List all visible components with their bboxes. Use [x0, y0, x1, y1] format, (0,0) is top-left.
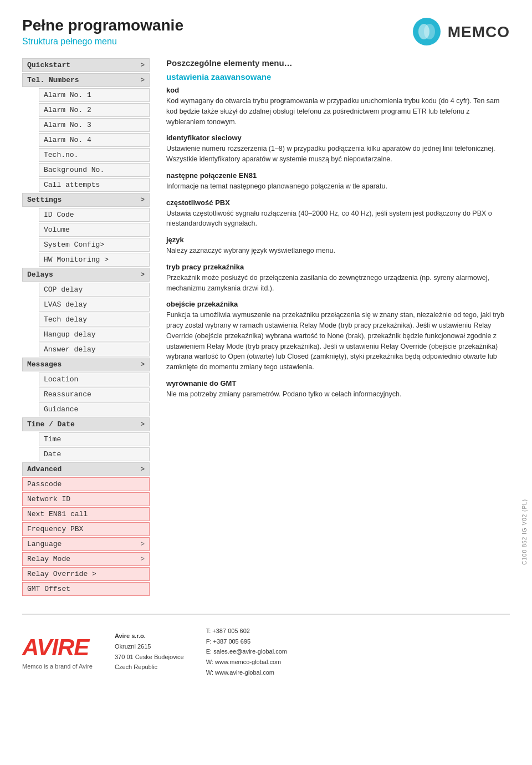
menu-item[interactable]: Location [39, 373, 150, 386]
menu-arrow-icon: > [141, 271, 145, 279]
menu-item-label: Next EN81 call [27, 510, 88, 518]
entry-text: Nie ma potrzeby zmiany parametrów. Podan… [166, 389, 510, 400]
menu-tree: Quickstart>Tel. Numbers>Alarm No. 1Alarm… [22, 58, 150, 597]
menu-item[interactable]: Call attempts [39, 178, 150, 192]
menu-item-label: Advanced [27, 465, 62, 473]
menu-arrow-icon: > [141, 196, 145, 204]
menu-item[interactable]: Messages> [22, 358, 150, 371]
menu-arrow-icon: > [141, 466, 145, 473]
entry: częstotliwość PBXUstawia częstotliwość s… [166, 198, 510, 230]
menu-item[interactable]: HW Monitoring > [39, 253, 150, 267]
menu-item-label: Relay Mode [27, 555, 70, 563]
menu-item[interactable]: Relay Mode> [22, 552, 150, 566]
menu-item[interactable]: Time [39, 432, 150, 446]
menu-item[interactable]: Network ID [22, 492, 150, 506]
menu-arrow-icon: > [141, 62, 145, 69]
footer: AVIRE Memco is a brand of Avire Avire s.… [22, 614, 510, 683]
entry-label: wyrównanie do GMT [166, 379, 510, 387]
menu-item[interactable]: Tech delay [39, 313, 150, 327]
menu-item-label: Time / Date [27, 420, 75, 429]
right-content: Poszczególne elementy menu… ustawienia z… [166, 58, 510, 597]
entry-label: częstotliwość PBX [166, 198, 510, 207]
menu-item[interactable]: Date [39, 447, 150, 461]
menu-item-label: ID Code [44, 211, 74, 219]
menu-item-label: Reassurance [44, 390, 91, 399]
page-title: Pełne programowanie [22, 17, 183, 34]
menu-item[interactable]: Volume [39, 223, 150, 237]
menu-item[interactable]: Passcode [22, 477, 150, 491]
menu-item[interactable]: LVAS delay [39, 298, 150, 312]
menu-item-label: Volume [44, 226, 70, 234]
menu-item-label: Alarm No. 3 [44, 121, 91, 129]
menu-item[interactable]: Hangup delay [39, 328, 150, 341]
menu-item[interactable]: Relay Override > [22, 567, 150, 581]
menu-item[interactable]: Alarm No. 4 [39, 133, 150, 147]
address-line3: Czech Republic [115, 664, 157, 670]
section-label: ustawienia zaawansowane [166, 72, 510, 81]
menu-item[interactable]: ID Code [39, 208, 150, 222]
menu-item-label: Tech delay [44, 315, 87, 324]
entry: kodKod wymagany do otwarcia trybu progra… [166, 86, 510, 127]
entry: wyrównanie do GMTNie ma potrzeby zmiany … [166, 379, 510, 400]
right-section-header: Poszczególne elementy menu… [166, 58, 510, 68]
menu-item[interactable]: Tel. Numbers> [22, 73, 150, 87]
main-content: Quickstart>Tel. Numbers>Alarm No. 1Alarm… [22, 58, 510, 597]
menu-item-label: Frequency PBX [27, 525, 83, 533]
menu-item[interactable]: Alarm No. 2 [39, 103, 150, 117]
menu-item[interactable]: Settings> [22, 193, 150, 207]
menu-item[interactable]: Alarm No. 3 [39, 118, 150, 132]
entry-text: Przekaźnik może posłużyć do przełączenia… [166, 273, 510, 294]
menu-item-label: Relay Override > [27, 570, 96, 578]
menu-arrow-icon: > [141, 555, 145, 563]
menu-item-label: Alarm No. 2 [44, 106, 91, 114]
web2: W: www.avire-global.com [206, 669, 274, 676]
entry-label: kod [166, 86, 510, 94]
menu-item[interactable]: Guidance [39, 402, 150, 416]
menu-item-label: Alarm No. 4 [44, 136, 91, 144]
menu-item[interactable]: COP delay [39, 283, 150, 297]
menu-item-label: Messages [27, 360, 62, 369]
entry-label: identyfikator sieciowy [166, 134, 510, 142]
menu-item-label: HW Monitoring > [44, 256, 109, 264]
menu-item-label: GMT Offset [27, 585, 70, 593]
menu-arrow-icon: > [141, 361, 145, 369]
entry: językNależy zaznaczyć wybrany język wyśw… [166, 236, 510, 256]
avire-tagline: Memco is a brand of Avire [22, 663, 93, 670]
menu-item-label: Settings [27, 196, 62, 204]
entry-text: Kod wymagany do otwarcia trybu programow… [166, 96, 510, 127]
menu-arrow-icon: > [141, 421, 145, 429]
menu-item[interactable]: System Config> [39, 238, 150, 252]
menu-item[interactable]: Time / Date> [22, 417, 150, 431]
menu-item-label: System Config> [44, 241, 104, 249]
entry-label: następne połączenie EN81 [166, 171, 510, 180]
menu-item-label: Hangup delay [44, 330, 96, 339]
footer-brand-area: AVIRE Memco is a brand of Avire [22, 634, 93, 670]
menu-item-label: Answer delay [44, 345, 96, 354]
footer-contact: T: +387 005 602 F: +387 005 695 E: sales… [206, 626, 287, 677]
entry-label: język [166, 236, 510, 244]
menu-item[interactable]: Tech.no. [39, 148, 150, 162]
menu-item[interactable]: Answer delay [39, 343, 150, 356]
web1: W: www.memco-global.com [206, 659, 282, 665]
menu-arrow-icon: > [141, 76, 145, 84]
menu-item-label: Language [27, 540, 62, 548]
menu-item[interactable]: Background No. [39, 163, 150, 177]
menu-item-label: Delays [27, 271, 53, 279]
menu-item[interactable]: Next EN81 call [22, 507, 150, 521]
menu-item[interactable]: Frequency PBX [22, 522, 150, 536]
menu-item[interactable]: Reassurance [39, 387, 150, 401]
menu-item[interactable]: GMT Offset [22, 582, 150, 596]
menu-item[interactable]: Quickstart> [22, 58, 150, 72]
menu-item-label: LVAS delay [44, 300, 87, 309]
footer-address: Avire s.r.o. Okruzni 2615 370 01 Ceske B… [115, 631, 184, 672]
menu-item[interactable]: Advanced> [22, 462, 150, 476]
menu-item[interactable]: Language> [22, 537, 150, 551]
menu-item[interactable]: Delays> [22, 268, 150, 282]
entry-text: Ustawienie numeru rozszerzenia (1–8) w p… [166, 144, 510, 165]
memco-brand: MEMCO [448, 23, 510, 41]
menu-item-label: Tech.no. [44, 151, 78, 159]
svg-point-2 [424, 24, 435, 39]
menu-item-label: Passcode [27, 480, 62, 488]
menu-item[interactable]: Alarm No. 1 [39, 88, 150, 102]
side-text: C100 852 IG V02 (PL) [521, 499, 528, 565]
